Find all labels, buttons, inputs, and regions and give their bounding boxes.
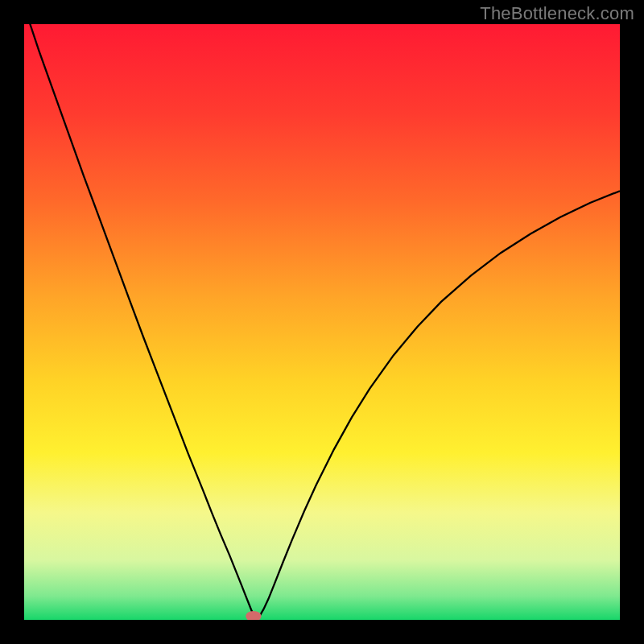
- plot-area: [24, 24, 620, 620]
- watermark-text: TheBottleneck.com: [480, 3, 634, 24]
- chart-svg: [24, 24, 620, 620]
- gradient-background: [24, 24, 620, 620]
- chart-frame: TheBottleneck.com: [0, 0, 644, 644]
